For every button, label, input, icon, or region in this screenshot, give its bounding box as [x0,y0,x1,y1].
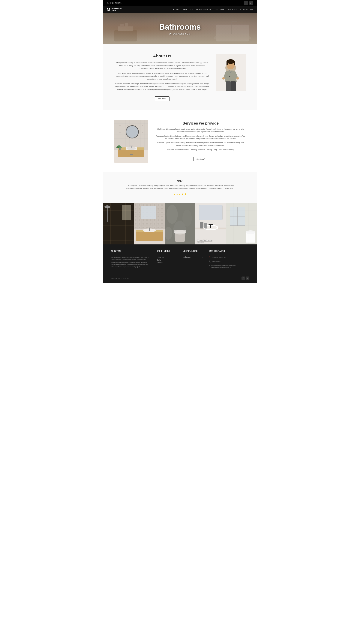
footer-location-text: Peregian Beach, Qld [212,256,226,259]
services-text-area: Services we provide Mathieson & Co. spec… [156,121,246,161]
gallery-item-5[interactable] [226,203,257,244]
footer-instagram-icon[interactable]: in [246,276,249,280]
footer-quicklinks-divider [157,254,163,254]
gallery-caption-sub-4: Renovation [197,242,212,243]
services-section: Services we provide Mathieson & Co. spec… [103,110,257,172]
footer-link-services[interactable]: Services [157,262,177,264]
footer-email-text: Mathiesonconstructions@gmail.com www.mat… [211,264,236,269]
review-section: AMER " Working with Kieran was amazing. … [103,172,257,203]
hero-section: Bathrooms by Mathieson & Co. [103,13,257,44]
hero-text: Bathrooms by Mathieson & Co. [159,22,201,35]
svg-point-38 [127,125,128,126]
nav-home[interactable]: HOME [173,9,179,11]
footer-quicklinks-title: QUICK LINKS [157,250,177,252]
svg-rect-80 [136,231,163,241]
svg-point-57 [119,146,122,148]
gallery-item-1[interactable] [103,203,134,244]
svg-rect-93 [174,230,186,233]
footer: ABOUT US Mathieson & Co. was founded wit… [103,244,257,283]
svg-rect-62 [107,207,108,222]
svg-rect-6 [231,21,232,34]
gallery-item-4[interactable]: Noosa Bathroom Renovation [195,203,226,244]
footer-bottom: © 2024 All Rights Reserved. f in [111,274,249,280]
svg-text:M: M [229,76,230,78]
footer-phone-text: 0434236911 [212,260,221,263]
svg-point-40 [142,125,143,126]
footer-facebook-icon[interactable]: f [242,276,245,280]
footer-link-gallery[interactable]: Gallery [157,259,177,261]
nav-about[interactable]: ABOUT US [183,9,193,11]
svg-rect-79 [141,206,156,219]
footer-social-icons: f in [242,276,249,280]
instagram-icon[interactable]: in [249,1,253,5]
svg-point-44 [142,132,143,134]
svg-point-63 [104,206,110,208]
footer-usefullinks-col: USEFUL LINKS Bathrooms → [183,250,203,270]
phone-display: 📞 0434236911 [107,2,121,4]
gallery-item-3[interactable] [165,203,195,244]
gallery-svg-1 [103,203,134,244]
about-title: About Us [114,54,210,58]
gallery-svg-3 [165,203,195,244]
nav-gallery[interactable]: GALLERY [215,9,224,11]
services-para-4: Our other full services include Plumbing… [156,148,246,151]
nav-contact[interactable]: CONTACT US [240,9,253,11]
footer-link-about[interactable]: About Us [157,256,177,258]
logo-icon: M [107,8,110,12]
svg-point-86 [166,205,178,224]
svg-point-89 [165,226,172,240]
top-bar: 📞 0434236911 f in [103,0,257,6]
footer-about-divider [111,254,116,254]
about-section: About Us After years of working in resid… [103,44,257,110]
svg-rect-18 [226,82,231,91]
logo-text: MATHIESON& CO. [112,8,121,12]
bathroom-vanity-svg [114,120,148,163]
footer-about-title: ABOUT US [111,250,151,252]
footer-link-bathrooms[interactable]: Bathrooms [183,256,191,258]
nav-services[interactable]: OUR SERVICES [196,9,211,11]
about-text-area: About Us After years of working in resid… [114,54,210,101]
footer-usefullinks-divider [183,254,188,254]
about-see-more-button[interactable]: See More? [155,96,169,101]
services-body: Mathieson & Co. specialises in creating … [156,128,246,151]
svg-rect-13 [227,62,228,65]
svg-rect-59 [130,154,133,155]
svg-rect-2 [120,24,124,27]
gallery-section: Noosa Bathroom Renovation [103,203,257,244]
services-see-more-container: See More? [156,154,246,161]
svg-rect-83 [149,228,150,231]
facebook-icon[interactable]: f [244,1,248,5]
svg-rect-48 [118,149,144,157]
footer-contact-phone: 📞 0434236911 [209,260,249,263]
svg-point-15 [222,77,225,80]
svg-rect-96 [199,205,222,220]
footer-about-col: ABOUT US Mathieson & Co. was founded wit… [111,250,151,270]
services-para-3: We have 7 years' experience working with… [156,142,246,147]
nav-reviews[interactable]: REVIEWS [227,9,237,11]
logo[interactable]: M MATHIESON& CO. [107,8,121,12]
review-stars: ★★★★★ [126,193,234,196]
footer-about-text: Mathieson & Co. was founded with a point… [111,256,151,268]
gallery-svg-5 [226,203,257,244]
email-icon: ✉ [209,264,210,266]
gallery-item-2[interactable] [134,203,165,244]
copyright-text: © 2024 All Rights Reserved. [111,278,129,279]
phone-icon: 📞 [107,2,109,4]
about-see-more-container: See More? [114,94,210,101]
about-para-1: After years of working in residential an… [114,61,210,70]
svg-point-16 [236,77,239,80]
svg-rect-19 [231,82,236,91]
services-para-1: Mathieson & Co. specialises in creating … [156,128,246,133]
gallery-caption-4: Noosa Bathroom Renovation [197,240,212,243]
person-svg: M [216,54,246,91]
phone-number: 0434236911 [110,2,121,4]
svg-point-41 [119,132,121,134]
services-image [114,120,148,163]
location-icon: 📍 [209,256,211,258]
services-see-more-button[interactable]: See More? [193,157,208,161]
footer-contact-location: 📍 Peregian Beach, Qld [209,256,249,259]
about-body: After years of working in residential an… [114,61,210,91]
footer-bathrooms-link-row: Bathrooms → [183,256,203,259]
svg-rect-104 [209,224,213,225]
footer-bathrooms-arrow: → [202,257,203,258]
